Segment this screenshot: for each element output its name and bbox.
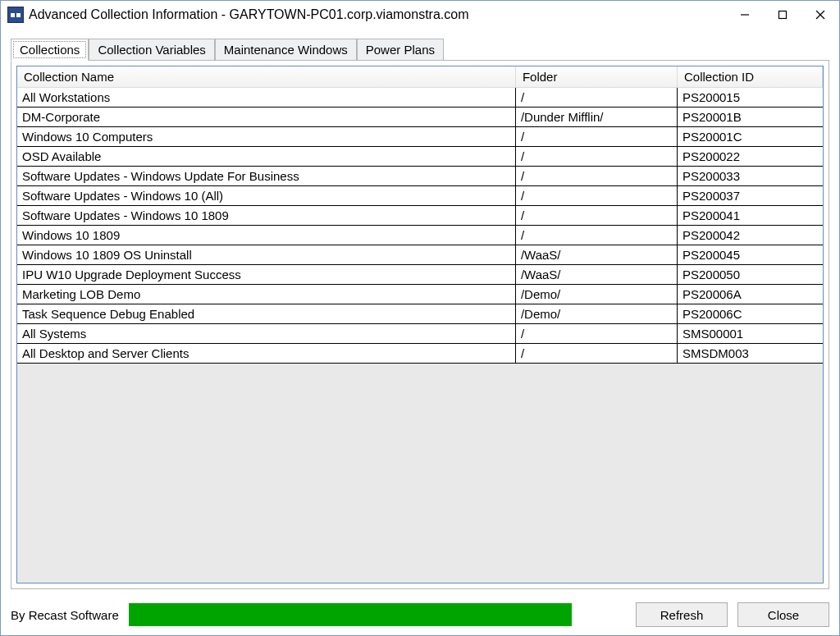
cell-folder: /WaaS/ [515, 245, 677, 265]
cell-collection-id: PS20006C [677, 304, 822, 324]
cell-collection-id: PS200042 [677, 226, 822, 245]
table-row[interactable]: Software Updates - Windows Update For Bu… [17, 167, 823, 186]
table-row[interactable]: All Systems/SMS00001 [17, 324, 823, 344]
cell-folder: / [515, 127, 677, 147]
cell-collection-id: PS20001B [677, 108, 822, 127]
table-row[interactable]: Marketing LOB Demo/Demo/PS20006A [17, 285, 823, 304]
cell-folder: / [515, 324, 677, 344]
footer-credit: By Recast Software [11, 608, 119, 622]
maximize-button[interactable] [764, 2, 801, 28]
tab-panel-collections: Collection Name Folder Collection ID All… [11, 60, 829, 589]
cell-folder: / [515, 186, 677, 206]
progress-bar [129, 603, 572, 626]
close-dialog-button[interactable]: Close [737, 602, 829, 627]
cell-collection-name: Windows 10 1809 OS Uninstall [17, 245, 515, 265]
tab-collection-variables[interactable]: Collection Variables [89, 39, 214, 61]
cell-collection-name: OSD Available [17, 147, 515, 167]
cell-collection-name: Windows 10 1809 [17, 226, 515, 245]
column-header-name[interactable]: Collection Name [17, 66, 515, 88]
cell-folder: / [515, 226, 677, 245]
titlebar[interactable]: Advanced Collection Information - GARYTO… [1, 1, 839, 29]
footer: By Recast Software Refresh Close [1, 597, 839, 635]
tab-maintenance-windows[interactable]: Maintenance Windows [215, 39, 357, 61]
table-row[interactable]: All Workstations/PS200015 [17, 88, 823, 108]
grid-empty-area [17, 364, 823, 583]
column-header-folder[interactable]: Folder [515, 66, 677, 88]
cell-folder: / [515, 147, 677, 167]
collections-table: Collection Name Folder Collection ID All… [17, 66, 823, 364]
tab-power-plans[interactable]: Power Plans [357, 39, 444, 61]
cell-collection-id: PS20006A [677, 285, 822, 304]
table-row[interactable]: Software Updates - Windows 10 1809/PS200… [17, 206, 823, 226]
table-row[interactable]: Windows 10 1809/PS200042 [17, 226, 823, 245]
cell-folder: / [515, 88, 677, 108]
client-area: CollectionsCollection VariablesMaintenan… [1, 29, 839, 597]
cell-folder: /WaaS/ [515, 265, 677, 285]
cell-folder: / [515, 344, 677, 364]
column-header-id[interactable]: Collection ID [677, 66, 822, 88]
cell-collection-id: PS200033 [677, 167, 822, 186]
cell-collection-name: Software Updates - Windows Update For Bu… [17, 167, 515, 186]
cell-collection-id: PS200045 [677, 245, 822, 265]
cell-folder: /Dunder Mifflin/ [515, 108, 677, 127]
cell-collection-name: Task Sequence Debug Enabled [17, 304, 515, 324]
cell-collection-id: PS200037 [677, 186, 822, 206]
svg-rect-1 [779, 11, 787, 19]
cell-collection-name: All Systems [17, 324, 515, 344]
cell-collection-name: IPU W10 Upgrade Deployment Success [17, 265, 515, 285]
app-icon [7, 7, 24, 23]
close-button[interactable] [801, 2, 839, 28]
cell-collection-id: PS200050 [677, 265, 822, 285]
cell-collection-name: Software Updates - Windows 10 (All) [17, 186, 515, 206]
table-row[interactable]: Software Updates - Windows 10 (All)/PS20… [17, 186, 823, 206]
table-row[interactable]: DM-Corporate/Dunder Mifflin/PS20001B [17, 108, 823, 127]
cell-collection-id: PS20001C [677, 127, 822, 147]
cell-collection-name: All Desktop and Server Clients [17, 344, 515, 364]
table-row[interactable]: Windows 10 1809 OS Uninstall/WaaS/PS2000… [17, 245, 823, 265]
window-controls [726, 2, 839, 28]
cell-collection-id: PS200022 [677, 147, 822, 167]
table-row[interactable]: IPU W10 Upgrade Deployment Success/WaaS/… [17, 265, 823, 285]
cell-collection-id: SMSDM003 [677, 344, 822, 364]
refresh-button[interactable]: Refresh [636, 602, 728, 627]
tab-strip: CollectionsCollection VariablesMaintenan… [11, 39, 829, 60]
cell-collection-name: DM-Corporate [17, 108, 515, 127]
minimize-button[interactable] [726, 2, 764, 28]
table-row[interactable]: All Desktop and Server Clients/SMSDM003 [17, 344, 823, 364]
cell-folder: /Demo/ [515, 285, 677, 304]
cell-folder: /Demo/ [515, 304, 677, 324]
cell-collection-name: Marketing LOB Demo [17, 285, 515, 304]
tab-collections[interactable]: Collections [11, 39, 89, 61]
table-row[interactable]: Task Sequence Debug Enabled/Demo/PS20006… [17, 304, 823, 324]
window-title: Advanced Collection Information - GARYTO… [29, 7, 469, 22]
cell-collection-name: All Workstations [17, 88, 515, 108]
table-row[interactable]: OSD Available/PS200022 [17, 147, 823, 167]
table-row[interactable]: Windows 10 Computers/PS20001C [17, 127, 823, 147]
cell-folder: / [515, 206, 677, 226]
cell-collection-id: PS200015 [677, 88, 822, 108]
cell-collection-name: Software Updates - Windows 10 1809 [17, 206, 515, 226]
cell-collection-name: Windows 10 Computers [17, 127, 515, 147]
cell-collection-id: SMS00001 [677, 324, 822, 344]
cell-folder: / [515, 167, 677, 186]
collections-grid[interactable]: Collection Name Folder Collection ID All… [16, 66, 824, 583]
cell-collection-id: PS200041 [677, 206, 822, 226]
main-window: Advanced Collection Information - GARYTO… [0, 0, 840, 636]
